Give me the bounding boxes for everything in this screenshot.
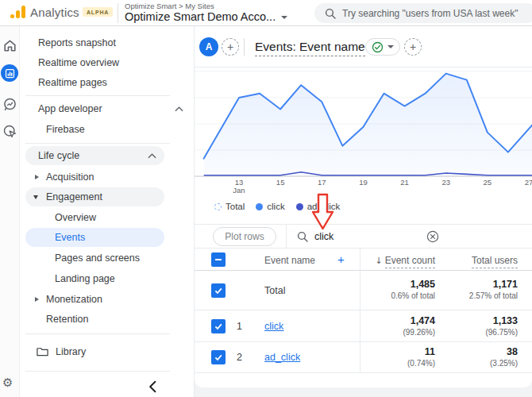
clear-search-icon[interactable] [426,230,439,243]
sidebar-item-pages-and-screens[interactable]: Pages and screens [20,249,195,268]
logo-bar [16,10,20,18]
report-title[interactable]: Events: Event name [255,40,365,56]
label: Pages and screens [55,252,140,264]
sidebar-item-retention[interactable]: Retention [20,310,195,330]
search-icon [297,231,308,242]
explore-icon[interactable] [2,97,17,112]
reports-nav-icon-selected[interactable] [1,64,18,82]
indeterminate-icon [214,255,223,264]
total-legend-icon [214,203,222,210]
x-axis-tick-labels: 1315171921232527 [235,178,532,187]
divider [244,38,245,56]
table-row-totals: Total 1,485 0.6% of total 1,171 2.57% of… [195,271,532,310]
sidebar-item-monetization[interactable]: Monetization [20,290,195,310]
property-selector[interactable]: Optimize Smart Demo Acco... [125,10,287,23]
table-toolbar: Plot rows click [195,224,532,249]
label: Total users [472,255,518,268]
x-axis-tick-label: 23 [441,178,450,187]
bar-chart-icon [4,67,16,79]
sub-value: 2.57% of total [364,291,518,300]
plot-rows-button[interactable]: Plot rows [213,227,276,246]
label: Monetization [46,294,102,305]
advertising-icon[interactable] [2,124,17,139]
sidebar-item-firebase[interactable]: Firebase [20,120,195,140]
report-status-dropdown[interactable] [365,38,400,56]
triangle-down-icon [33,195,38,199]
segment-avatar[interactable]: A [199,37,218,56]
chevron-down-icon [281,16,287,19]
divider [25,333,170,334]
chevron-up-icon [175,106,183,112]
label: Reports snapshot [38,37,116,48]
table-row: 1 click 1,474 (99.26%) 1,133 (96.75%) [195,310,532,342]
label: Firebase [46,124,85,135]
label: Retention [46,314,89,325]
property-name: Optimize Smart Demo Acco... [125,10,276,23]
check-icon [214,286,223,295]
divider [286,225,287,249]
column-header-total-users[interactable]: Total users [364,255,518,266]
sidebar-item-acquisition[interactable]: Acquisition [20,168,195,187]
nav-rail: ⚙ [0,26,20,397]
sub-value: (3.25%) [364,359,518,368]
sidebar-item-landing-page[interactable]: Landing page [20,269,195,289]
chart-legend: Total click ad_click [195,195,532,218]
area-fill [204,74,532,176]
top-app-bar: Analytics ALPHA Optimize Smart > My Site… [0,0,532,26]
global-search-input[interactable]: Try searching "users from USA last week" [314,3,532,23]
search-placeholder: Try searching "users from USA last week" [342,8,518,19]
admin-gear-icon[interactable]: ⚙ [2,377,13,389]
report-card: A + Events: Event name + [195,26,532,387]
sub-value: (96.75%) [364,328,518,337]
logo-dot [10,14,14,18]
value: 1,171 [364,279,518,290]
sidebar-item-library[interactable]: Library [20,342,195,362]
sidebar-item-realtime-pages[interactable]: Realtime pages [20,73,195,93]
label: Overview [55,212,96,223]
legend-item-click[interactable]: click [256,202,284,211]
legend-item-total[interactable]: Total [214,202,245,211]
sidebar-item-realtime-overview[interactable]: Realtime overview [20,53,195,73]
label: click [267,202,284,211]
divider [25,371,170,372]
label: App developer [38,103,102,114]
label: Events [55,232,85,243]
row-checkbox-checked[interactable] [211,283,226,298]
total-users-cell: 1,133 (96.75%) [364,315,518,337]
sidebar-item-reports-snapshot[interactable]: Reports snapshot [20,33,195,53]
sidebar-item-engagement[interactable]: Engagement [25,187,164,206]
table-header-row: Event name + ↓Event count Total users [195,249,532,271]
brand-name: Analytics [30,6,79,19]
x-axis-tick-label: 19 [359,178,368,187]
x-axis-tick-label: 25 [484,178,492,187]
annotation-arrow-down [311,193,335,231]
select-all-checkbox-indeterminate[interactable] [211,252,226,267]
label: Life cycle [38,150,79,161]
add-comparison-button[interactable]: + [222,38,239,56]
row-checkbox-checked[interactable] [211,319,226,333]
label: Realtime pages [38,77,107,88]
analytics-logo-icon[interactable] [10,6,26,18]
home-icon[interactable] [2,38,17,53]
divider [25,143,170,144]
add-report-button[interactable]: + [404,38,422,56]
reports-sidebar: Reports snapshot Realtime overview Realt… [20,26,195,397]
events-over-time-chart: 1315171921232527 Jan [195,67,532,195]
divider [118,3,118,23]
sidebar-item-overview[interactable]: Overview [20,208,195,228]
value: 38 [364,346,518,357]
sidebar-section-app-developer[interactable]: App developer [20,99,195,119]
row-checkbox-checked[interactable] [211,350,226,364]
triangle-right-icon [35,297,39,302]
sidebar-section-life-cycle[interactable]: Life cycle [25,146,164,165]
search-query-text: click [314,231,333,242]
x-axis-tick-label: 27 [525,178,532,187]
x-axis-tick-label: 21 [400,178,409,187]
collapse-sidebar-icon[interactable] [145,380,160,393]
divider [25,95,170,96]
totals-total-users: 1,171 2.57% of total [364,279,518,300]
sidebar-item-events-selected[interactable]: Events [25,228,164,247]
triangle-right-icon [35,175,39,179]
x-axis-tick-label: 15 [276,178,285,187]
check-icon [214,322,223,331]
